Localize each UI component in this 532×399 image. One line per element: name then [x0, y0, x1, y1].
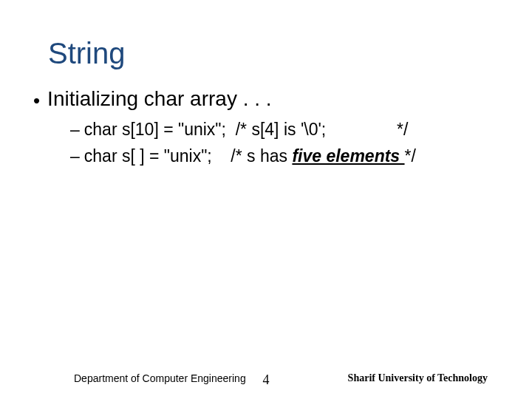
emphasis-five-elements: five elements — [292, 146, 404, 166]
footer-university: Sharif University of Technology — [348, 372, 488, 384]
code-line2: char s[ ] = "unix"; — [84, 146, 212, 166]
bullet-level1: •Initializing char array . . . — [33, 87, 272, 111]
comment-line1-open: /* s[4] is '\0'; — [236, 120, 327, 139]
bullet1-text: Initializing char array . . . — [47, 87, 271, 110]
slide-title: String — [48, 37, 126, 70]
comment-line2-close: */ — [405, 146, 416, 166]
bullet-dot-icon: • — [33, 91, 40, 110]
comment-line2-open: /* s has — [231, 146, 292, 166]
code-line1: char s[10] = "unix"; — [84, 120, 226, 139]
subbullet-2: –char s[ ] = "unix"; /* s has five eleme… — [70, 146, 416, 166]
dash-icon: – — [70, 146, 80, 166]
dash-icon: – — [70, 120, 80, 139]
subbullet-1: –char s[10] = "unix"; /* s[4] is '\0'; *… — [70, 120, 408, 140]
comment-line1-close: */ — [397, 120, 408, 139]
